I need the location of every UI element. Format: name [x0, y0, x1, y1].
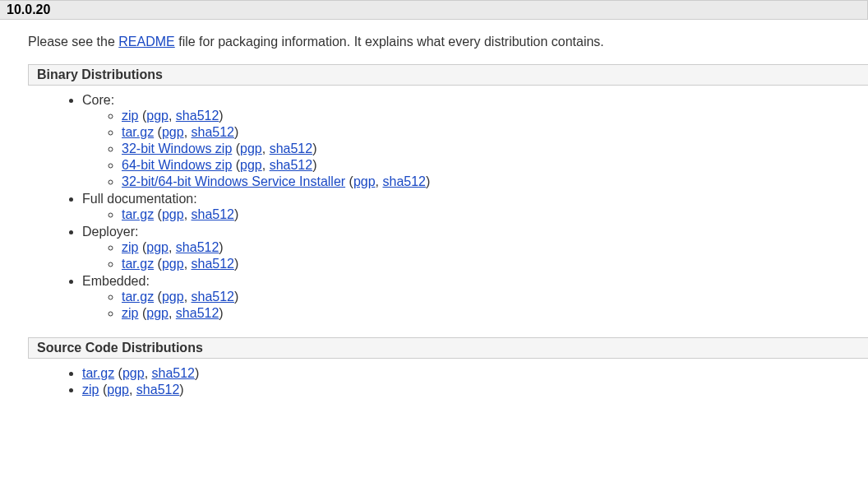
- download-item: 32-bit Windows zip (pgp, sha512): [122, 141, 868, 157]
- download-link[interactable]: zip: [122, 109, 138, 123]
- pgp-link[interactable]: pgp: [240, 141, 262, 155]
- download-item: zip (pgp, sha512): [122, 108, 868, 124]
- pgp-link[interactable]: pgp: [122, 366, 145, 380]
- readme-link[interactable]: README: [118, 35, 174, 49]
- pgp-link[interactable]: pgp: [146, 240, 169, 254]
- intro-suffix: file for packaging information. It expla…: [175, 35, 604, 49]
- sha512-link[interactable]: sha512: [382, 174, 426, 188]
- binary-dist-list: Core:zip (pgp, sha512)tar.gz (pgp, sha51…: [28, 92, 868, 322]
- sha512-link[interactable]: sha512: [176, 109, 219, 123]
- sha512-link[interactable]: sha512: [192, 257, 235, 271]
- intro-text: Please see the README file for packaging…: [28, 35, 868, 49]
- download-item: 32-bit/64-bit Windows Service Installer …: [122, 174, 868, 190]
- pgp-link[interactable]: pgp: [162, 125, 184, 139]
- download-item: tar.gz (pgp, sha512): [122, 256, 868, 272]
- sha512-link[interactable]: sha512: [176, 240, 219, 254]
- download-link[interactable]: tar.gz: [122, 125, 154, 139]
- source-dist-header: Source Code Distributions: [28, 337, 868, 359]
- binary-group: Full documentation:tar.gz (pgp, sha512): [82, 191, 868, 224]
- sha512-link[interactable]: sha512: [192, 290, 235, 304]
- intro-prefix: Please see the: [28, 35, 118, 49]
- group-label: Core:: [82, 93, 114, 107]
- pgp-link[interactable]: pgp: [353, 174, 376, 188]
- download-link[interactable]: zip: [122, 240, 138, 254]
- pgp-link[interactable]: pgp: [146, 306, 169, 320]
- group-item-list: tar.gz (pgp, sha512)zip (pgp, sha512): [82, 289, 868, 322]
- download-link[interactable]: zip: [122, 306, 138, 320]
- download-item: tar.gz (pgp, sha512): [122, 206, 868, 223]
- download-item: tar.gz (pgp, sha512): [82, 365, 868, 382]
- pgp-link[interactable]: pgp: [162, 290, 184, 304]
- sha512-link[interactable]: sha512: [270, 141, 313, 155]
- binary-group: Embedded:tar.gz (pgp, sha512)zip (pgp, s…: [82, 273, 868, 322]
- download-item: zip (pgp, sha512): [122, 239, 868, 256]
- group-item-list: zip (pgp, sha512)tar.gz (pgp, sha512): [82, 239, 868, 272]
- pgp-link[interactable]: pgp: [240, 158, 262, 172]
- download-item: zip (pgp, sha512): [82, 382, 868, 398]
- download-link[interactable]: zip: [82, 383, 99, 397]
- download-item: zip (pgp, sha512): [122, 305, 868, 322]
- sha512-link[interactable]: sha512: [152, 366, 196, 380]
- download-link[interactable]: tar.gz: [122, 290, 154, 304]
- download-link[interactable]: 32-bit/64-bit Windows Service Installer: [122, 174, 345, 188]
- binary-group: Core:zip (pgp, sha512)tar.gz (pgp, sha51…: [82, 92, 868, 191]
- content-area: Please see the README file for packaging…: [0, 20, 868, 398]
- source-dist-list: tar.gz (pgp, sha512)zip (pgp, sha512): [28, 365, 868, 398]
- group-label: Embedded:: [82, 274, 150, 288]
- download-item: tar.gz (pgp, sha512): [122, 124, 868, 141]
- download-item: 64-bit Windows zip (pgp, sha512): [122, 157, 868, 174]
- download-link[interactable]: 64-bit Windows zip: [122, 158, 232, 172]
- download-item: tar.gz (pgp, sha512): [122, 289, 868, 305]
- pgp-link[interactable]: pgp: [162, 257, 184, 271]
- download-link[interactable]: 32-bit Windows zip: [122, 141, 232, 155]
- group-label: Deployer:: [82, 225, 138, 239]
- download-link[interactable]: tar.gz: [122, 257, 154, 271]
- binary-dist-header: Binary Distributions: [28, 64, 868, 86]
- download-link[interactable]: tar.gz: [82, 366, 114, 380]
- sha512-link[interactable]: sha512: [192, 125, 235, 139]
- version-header: 10.0.20: [0, 0, 868, 20]
- sha512-link[interactable]: sha512: [270, 158, 313, 172]
- pgp-link[interactable]: pgp: [107, 383, 129, 397]
- sha512-link[interactable]: sha512: [136, 383, 180, 397]
- binary-group: Deployer:zip (pgp, sha512)tar.gz (pgp, s…: [82, 224, 868, 273]
- download-link[interactable]: tar.gz: [122, 207, 154, 221]
- group-item-list: tar.gz (pgp, sha512): [82, 206, 868, 223]
- sha512-link[interactable]: sha512: [192, 207, 235, 221]
- group-item-list: zip (pgp, sha512)tar.gz (pgp, sha512)32-…: [82, 108, 868, 190]
- sha512-link[interactable]: sha512: [176, 306, 219, 320]
- group-label: Full documentation:: [82, 192, 197, 206]
- pgp-link[interactable]: pgp: [162, 207, 184, 221]
- pgp-link[interactable]: pgp: [146, 109, 169, 123]
